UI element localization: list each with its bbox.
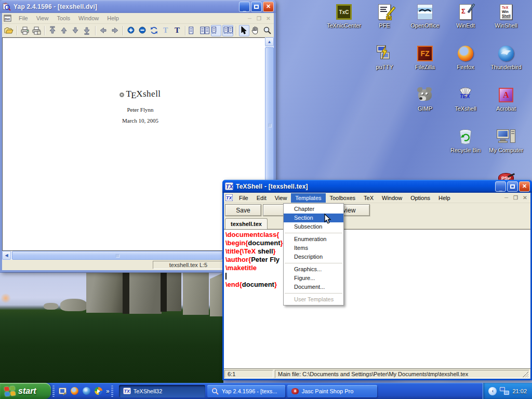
yap-toolbar-next-page-button[interactable]	[71, 25, 81, 36]
texshell-close-button[interactable]: ✕	[519, 181, 530, 192]
yap-toolbar-hand-tool-button[interactable]	[250, 25, 261, 36]
menu-item-section[interactable]: Section	[284, 214, 343, 222]
firefox-icon	[456, 45, 475, 62]
quicklaunch-thunderbird-icon[interactable]	[82, 387, 91, 395]
menu-item-description[interactable]: Description	[284, 252, 343, 261]
desktop-icon-winedt[interactable]: ΣWinEdt	[446, 3, 485, 29]
mdi-close-icon[interactable]: ✕	[264, 16, 272, 21]
filezilla-icon: FZ	[416, 45, 434, 62]
texshell-statusbar: 6:1 Main file: C:\Documents and Settings…	[224, 369, 530, 379]
texshell-menu-help[interactable]: Help	[434, 193, 455, 203]
quicklaunch-media-player-icon[interactable]	[94, 387, 103, 395]
yap-menu-view[interactable]: View	[32, 14, 53, 23]
taskbar-button-texshell32[interactable]: TXTeXShell32	[119, 385, 205, 397]
hscroll-thumb[interactable]	[12, 251, 222, 260]
desktop-icon-texshell[interactable]: TEXTeXshell	[446, 86, 485, 112]
texshell-menu-edit[interactable]: Edit	[252, 193, 271, 203]
resize-grip[interactable]	[523, 371, 528, 377]
yap-menu-file[interactable]: File	[15, 14, 32, 23]
quicklaunch-show-desktop-icon[interactable]	[58, 387, 67, 395]
yap-toolbar-last-page-button[interactable]	[82, 25, 92, 36]
desktop-icon-openoffice[interactable]: OpenOffice	[405, 3, 445, 29]
menu-item-graphics-[interactable]: Graphics...	[284, 265, 343, 274]
yap-toolbar-refresh-button[interactable]	[149, 25, 159, 36]
menu-item-figure-[interactable]: Figure...	[284, 274, 343, 283]
yap-toolbar-view-continuous-facing-button[interactable]	[222, 25, 233, 36]
texshell-menu-view[interactable]: View	[271, 193, 291, 203]
desktop-icon-pfe[interactable]: 32PFE	[365, 3, 404, 29]
mdi-close-icon[interactable]: ✕	[521, 195, 529, 201]
yap-menu-tools[interactable]: Tools	[52, 14, 74, 23]
texshell-menu-options[interactable]: Options	[406, 193, 434, 203]
yap-toolbar-first-page-button[interactable]	[47, 25, 58, 36]
stone-gap-2	[161, 273, 167, 312]
yap-toolbar-print-setup-button[interactable]	[31, 25, 42, 36]
toolbar-button-save[interactable]: Save	[225, 204, 261, 216]
taskbar-grip[interactable]	[52, 385, 55, 397]
yap-toolbar-open-button[interactable]	[4, 25, 14, 36]
yap-toolbar-edit-mode-button[interactable]: T	[161, 25, 171, 36]
yap-toolbar-zoom-in-button[interactable]	[126, 25, 136, 36]
desktop-icon-acrobat[interactable]: AAcrobat	[486, 86, 526, 112]
yap-toolbar-view-single-button[interactable]	[188, 25, 198, 36]
tray-chevron-icon[interactable]: ‹	[488, 387, 497, 395]
yap-menu-window[interactable]: Window	[74, 14, 103, 23]
taskbar-grip[interactable]	[111, 385, 113, 397]
quicklaunch-firefox-icon[interactable]	[70, 387, 79, 395]
texshell-menu-toolboxes[interactable]: Toolboxes	[326, 193, 360, 203]
menu-item-subsection[interactable]: Subsection	[284, 222, 343, 231]
desktop-icon-gimp[interactable]: GIMP	[405, 86, 445, 112]
desktop-icon-recyclebin[interactable]: Recycle Bin	[446, 128, 485, 153]
texshell-titlebar[interactable]: TX TeXShell - [texshell.tex] _ ✕	[222, 180, 532, 193]
yap-toolbar-print-button[interactable]	[20, 25, 30, 36]
yap-toolbar-select-tool-button[interactable]	[239, 25, 249, 36]
yap-titlebar[interactable]: Yap 2.4.1596 - [texshell.dvi] _ ✕	[0, 0, 276, 13]
scroll-up-button[interactable]: ▲	[265, 37, 274, 46]
texshell-menu-window[interactable]: Window	[378, 193, 406, 203]
yap-toolbar-forward-button[interactable]	[110, 25, 120, 36]
yap-toolbar-back-button[interactable]	[98, 25, 109, 36]
menu-item-enumeration[interactable]: Enumeration	[284, 235, 343, 244]
menu-item-document-[interactable]: Document...	[284, 283, 343, 291]
texshell-editor[interactable]: \documentclass{\begin{document}\title{\T…	[224, 229, 530, 369]
scroll-left-button[interactable]: ◀	[2, 251, 11, 260]
network-tray-icon[interactable]	[500, 387, 509, 395]
yap-dvi-doc-icon[interactable]: DVI	[4, 15, 11, 22]
tab-texshell-tex[interactable]: texshell.tex	[225, 218, 268, 229]
taskbar-button-yap[interactable]: Yap 2.4.1596 - [texs...	[207, 385, 285, 397]
texshell-menu-file[interactable]: File	[235, 193, 252, 203]
yap-menu-help[interactable]: Help	[103, 14, 123, 23]
mdi-restore-icon[interactable]: ❐	[512, 195, 520, 201]
yap-toolbar-text-mode-button[interactable]: T	[172, 25, 182, 36]
texshell-minimize-button[interactable]: _	[495, 181, 506, 192]
desktop-icon-texniccenter[interactable]: TxCTeXnicCenter	[324, 3, 364, 29]
yap-toolbar-view-facing-button[interactable]	[200, 25, 210, 36]
openoffice-icon	[416, 3, 434, 21]
yap-toolbar-prev-page-button[interactable]	[59, 25, 69, 36]
mdi-minimize-icon[interactable]: ─	[502, 195, 510, 201]
texshell-maximize-button[interactable]	[507, 181, 518, 192]
yap-minimize-button[interactable]: _	[239, 2, 250, 12]
text-caret	[225, 273, 227, 280]
yap-toolbar-view-continuous-button[interactable]	[211, 25, 221, 36]
mdi-minimize-icon[interactable]: ─	[246, 16, 254, 21]
texshell-mdi-doc-icon[interactable]: TX	[225, 194, 233, 201]
yap-toolbar-magnifier-tool-button[interactable]	[262, 25, 272, 36]
yap-toolbar-zoom-out-button[interactable]	[137, 25, 148, 36]
menu-item-items[interactable]: Items	[284, 244, 343, 252]
quick-launch-overflow-chevron[interactable]: »	[106, 388, 110, 395]
texshell-menu-tex[interactable]: TeX	[360, 193, 378, 203]
taskbar-button-psp[interactable]: 8Jasc Paint Shop Pro	[287, 385, 377, 397]
menu-item-chapter[interactable]: Chapter	[284, 205, 343, 214]
desktop-icon-mycomputer[interactable]: My Computer	[486, 128, 526, 153]
desktop-icon-filezilla[interactable]: FZFileZilla	[405, 45, 445, 70]
texshell-menu-templates[interactable]: Templates	[291, 193, 325, 203]
desktop-icon-thunderbird[interactable]: Thunderbird	[486, 45, 526, 70]
desktop-icon-winshell[interactable]: TeXWinShellWinShell	[486, 3, 526, 29]
desktop-icon-firefox[interactable]: Firefox	[446, 45, 485, 70]
desktop-icon-putty[interactable]: puTTY	[365, 45, 404, 70]
yap-maximize-button[interactable]	[251, 2, 262, 12]
mdi-restore-icon[interactable]: ❐	[255, 16, 263, 21]
yap-close-button[interactable]: ✕	[263, 2, 274, 12]
start-button[interactable]: start	[0, 383, 51, 399]
